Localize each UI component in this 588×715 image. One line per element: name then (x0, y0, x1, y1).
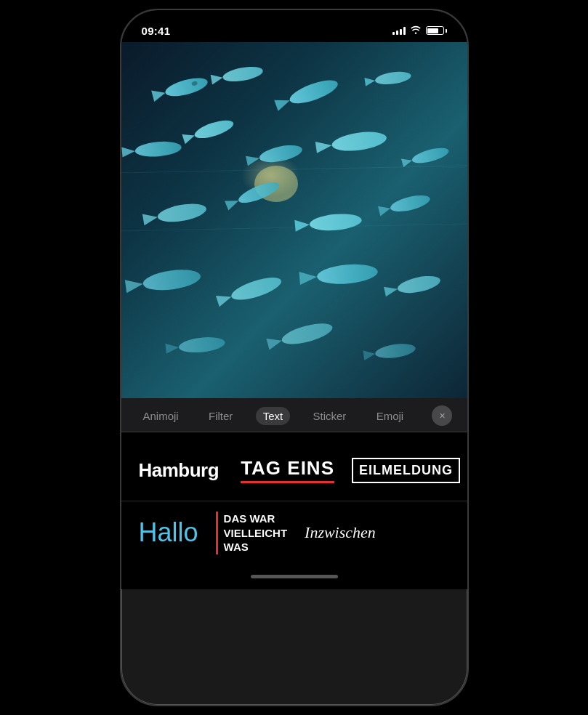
editing-panel: Animoji Filter Text Sticker Emoji × Hamb… (121, 398, 467, 589)
photo-preview (121, 42, 467, 398)
wifi-icon (410, 25, 422, 36)
battery-icon (426, 26, 447, 35)
close-button[interactable]: × (432, 405, 452, 426)
tab-bar: Animoji Filter Text Sticker Emoji × (121, 398, 467, 432)
power-button[interactable] (467, 148, 469, 206)
home-indicator-area (121, 565, 467, 589)
text-styles-row-1: Hamburg TAG EINS EILMELDUNG (121, 440, 467, 501)
style-hallo[interactable]: Hallo (139, 517, 198, 548)
status-time: 09:41 (142, 25, 171, 37)
tab-text[interactable]: Text (256, 407, 291, 425)
signal-icon (392, 26, 406, 35)
text-styles-row-2: Hallo DAS WARVIELLEICHTWAS Inzwischen (121, 501, 467, 565)
style-hamburg[interactable]: Hamburg (139, 459, 220, 482)
home-bar (251, 575, 338, 578)
tab-filter[interactable]: Filter (201, 407, 240, 425)
tab-emoji[interactable]: Emoji (369, 407, 411, 425)
phone-screen: 09:41 (121, 10, 467, 705)
fish-scene (121, 42, 467, 398)
style-eilmeldung[interactable]: EILMELDUNG (352, 458, 460, 483)
status-icons (392, 25, 447, 36)
notch (243, 10, 345, 31)
tab-animoji[interactable]: Animoji (136, 407, 186, 425)
phone-frame: 09:41 (120, 9, 469, 706)
style-inzwischen[interactable]: Inzwischen (305, 523, 376, 542)
style-tag-eins[interactable]: TAG EINS (241, 457, 334, 483)
style-das-war[interactable]: DAS WARVIELLEICHTWAS (216, 512, 288, 554)
tab-sticker[interactable]: Sticker (305, 407, 353, 425)
text-styles-panel: Hamburg TAG EINS EILMELDUNG Hallo DAS WA… (121, 432, 467, 565)
